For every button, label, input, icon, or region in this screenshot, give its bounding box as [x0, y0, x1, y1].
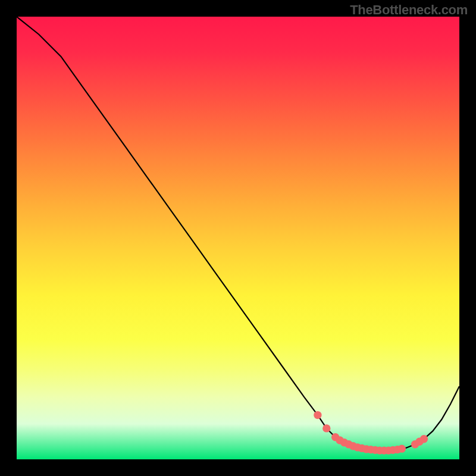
chart-frame: TheBottleneck.com: [0, 0, 476, 476]
curve-marker: [398, 444, 406, 452]
watermark-text: TheBottleneck.com: [350, 2, 468, 18]
curve-layer: [17, 17, 459, 459]
curve-line: [17, 17, 459, 450]
curve-marker: [420, 435, 428, 443]
curve-marker: [314, 411, 321, 419]
curve-marker: [322, 424, 330, 432]
plot-area: [17, 17, 459, 459]
bottleneck-curve: [17, 17, 459, 455]
